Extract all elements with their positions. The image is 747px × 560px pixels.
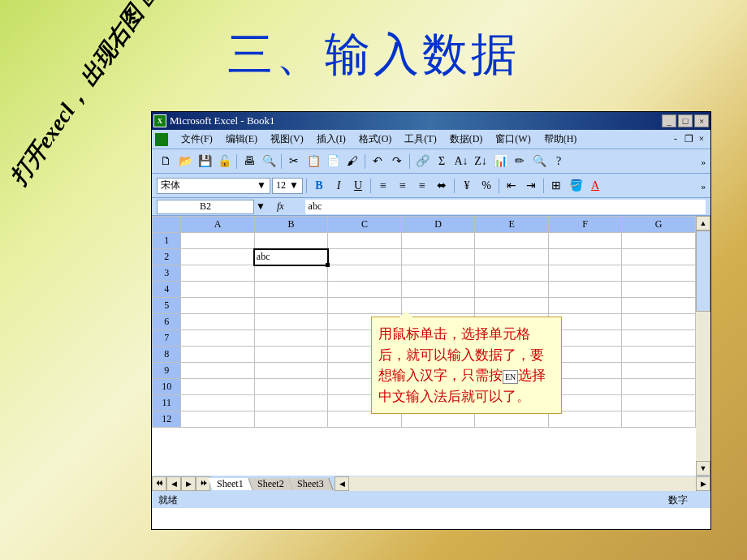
formula-input[interactable]: abc (305, 200, 706, 214)
cell-D2[interactable] (401, 249, 475, 265)
close-button[interactable]: × (694, 114, 709, 127)
row-header-3[interactable]: 3 (153, 265, 181, 282)
sheet-tab-3[interactable]: Sheet3 (289, 478, 334, 490)
cell-F1[interactable] (548, 233, 622, 249)
row-header-5[interactable]: 5 (153, 298, 181, 314)
scroll-up-icon[interactable]: ▲ (696, 216, 710, 230)
cell-B5[interactable] (254, 298, 328, 314)
help-icon[interactable]: ? (550, 153, 568, 170)
undo-icon[interactable]: ↶ (369, 153, 386, 170)
col-header-E[interactable]: E (475, 217, 549, 233)
menu-help[interactable]: 帮助(H) (538, 131, 584, 148)
doc-minimize[interactable]: - (670, 134, 681, 145)
doc-close[interactable]: × (696, 134, 707, 145)
menu-tools[interactable]: 工具(T) (398, 131, 443, 148)
sheet-tab-2[interactable]: Sheet2 (248, 478, 293, 490)
cell-B3[interactable] (254, 265, 328, 282)
cell-E4[interactable] (475, 282, 549, 298)
cell-C3[interactable] (328, 265, 402, 282)
cell-E3[interactable] (475, 265, 549, 282)
row-header-11[interactable]: 11 (153, 395, 181, 411)
save-icon[interactable]: 💾 (196, 153, 214, 170)
align-right-icon[interactable]: ≡ (413, 177, 431, 195)
cell-B8[interactable] (254, 347, 328, 363)
font-name-select[interactable]: 宋体▼ (157, 178, 270, 194)
cell-B11[interactable] (254, 395, 328, 411)
cell-F2[interactable] (548, 249, 622, 265)
cell-G7[interactable] (622, 330, 696, 347)
scroll-down-icon[interactable]: ▼ (696, 461, 710, 476)
cell-A4[interactable] (181, 282, 255, 298)
borders-icon[interactable]: ⊞ (547, 177, 565, 195)
cell-G9[interactable] (622, 363, 696, 379)
row-header-9[interactable]: 9 (153, 363, 181, 379)
cell-G8[interactable] (622, 347, 696, 363)
vertical-scrollbar[interactable]: ▲ ▼ (696, 216, 710, 476)
autosum-icon[interactable]: Σ (433, 153, 451, 170)
cell-A9[interactable] (181, 363, 255, 379)
merge-center-icon[interactable]: ⬌ (433, 177, 451, 195)
italic-icon[interactable]: I (330, 177, 348, 195)
cell-A10[interactable] (181, 379, 255, 395)
row-header-2[interactable]: 2 (153, 249, 181, 265)
cell-F3[interactable] (548, 265, 622, 282)
cell-G6[interactable] (622, 314, 696, 330)
cell-G5[interactable] (622, 298, 696, 314)
cell-C5[interactable] (328, 298, 402, 314)
cell-B12[interactable] (254, 411, 328, 428)
cell-A7[interactable] (181, 330, 255, 347)
format-more-icon[interactable]: » (702, 181, 706, 191)
row-header-8[interactable]: 8 (153, 347, 181, 363)
cell-E2[interactable] (475, 249, 549, 265)
print-icon[interactable]: 🖶 (240, 153, 258, 170)
sheet-tab-1[interactable]: Sheet1 (208, 478, 253, 490)
cell-A6[interactable] (181, 314, 255, 330)
cell-B4[interactable] (254, 282, 328, 298)
cell-D3[interactable] (401, 265, 475, 282)
doc-restore[interactable]: ❐ (683, 134, 694, 145)
cell-B9[interactable] (254, 363, 328, 379)
cell-A2[interactable] (181, 249, 255, 265)
fx-label[interactable]: fx (266, 200, 305, 213)
cell-F5[interactable] (548, 298, 622, 314)
maximize-button[interactable]: □ (678, 114, 693, 127)
cell-F4[interactable] (548, 282, 622, 298)
name-box[interactable]: B2 (157, 200, 254, 214)
sort-asc-icon[interactable]: A↓ (452, 153, 470, 170)
cell-A3[interactable] (181, 265, 255, 282)
menu-window[interactable]: 窗口(W) (489, 131, 537, 148)
copy-icon[interactable]: 📋 (304, 153, 322, 170)
cell-G1[interactable] (622, 233, 696, 249)
chart-icon[interactable]: 📊 (491, 153, 509, 170)
hyperlink-icon[interactable]: 🔗 (413, 153, 431, 170)
cell-G11[interactable] (622, 395, 696, 411)
underline-icon[interactable]: U (349, 177, 367, 195)
cell-G10[interactable] (622, 379, 696, 395)
row-header-6[interactable]: 6 (153, 314, 181, 330)
sheet-next-icon[interactable]: ▶ (181, 476, 196, 491)
scroll-left-icon[interactable]: ◀ (335, 476, 349, 491)
toolbar-more-icon[interactable]: » (702, 157, 706, 166)
currency-icon[interactable]: ¥ (458, 177, 476, 195)
align-center-icon[interactable]: ≡ (394, 177, 412, 195)
decrease-indent-icon[interactable]: ⇤ (503, 177, 520, 195)
horizontal-scrollbar[interactable]: ◀ ▶ (335, 476, 710, 491)
new-icon[interactable]: 🗋 (157, 153, 175, 170)
cell-A5[interactable] (181, 298, 255, 314)
col-header-A[interactable]: A (181, 217, 255, 233)
scroll-right-icon[interactable]: ▶ (696, 476, 710, 491)
cell-A12[interactable] (181, 411, 255, 428)
menu-view[interactable]: 视图(V) (264, 131, 310, 148)
cell-D1[interactable] (401, 233, 475, 249)
permission-icon[interactable]: 🔓 (215, 153, 233, 170)
row-header-1[interactable]: 1 (153, 233, 181, 249)
minimize-button[interactable]: _ (662, 114, 676, 127)
sort-desc-icon[interactable]: Z↓ (472, 153, 490, 170)
format-painter-icon[interactable]: 🖌 (343, 153, 361, 170)
cell-B10[interactable] (254, 379, 328, 395)
redo-icon[interactable]: ↷ (388, 153, 406, 170)
row-header-12[interactable]: 12 (153, 411, 181, 428)
cell-G12[interactable] (622, 411, 696, 428)
row-header-4[interactable]: 4 (153, 282, 181, 298)
menu-insert[interactable]: 插入(I) (310, 131, 352, 148)
